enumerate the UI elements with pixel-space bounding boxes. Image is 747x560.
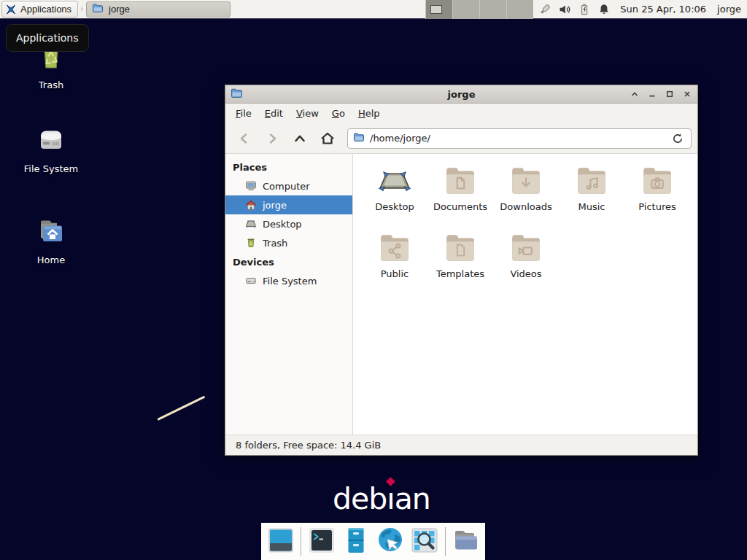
workspace-3[interactable]: [479, 0, 506, 19]
computer-icon: [245, 180, 257, 192]
location-bar[interactable]: /home/jorge/: [347, 128, 692, 149]
reload-button[interactable]: [670, 131, 686, 147]
folder-icon: [92, 2, 104, 16]
file-item-label: Downloads: [500, 201, 551, 212]
up-button[interactable]: [287, 128, 313, 149]
top-panel: Applications ⁞ jorge Sun 25 Apr, 10:06 j…: [0, 0, 747, 19]
file-list: DesktopDocumentsDownloadsMusicPicturesPu…: [353, 154, 697, 435]
file-item-label: Desktop: [375, 201, 414, 212]
workspace-pager[interactable]: [425, 0, 533, 19]
window-title: jorge: [225, 89, 697, 100]
file-item-desktop[interactable]: Desktop: [362, 163, 427, 230]
drive-big-icon: [35, 124, 67, 158]
applications-menu-button[interactable]: Applications: [1, 1, 78, 18]
sidebar-item-label: Computer: [263, 181, 310, 192]
workspace-2[interactable]: [452, 0, 479, 19]
app-finder-icon: [410, 526, 439, 557]
menu-view[interactable]: View: [290, 105, 325, 122]
music-folder-icon: [573, 163, 610, 199]
input-device-tray-icon[interactable]: [537, 1, 553, 18]
panel-username[interactable]: jorge: [717, 4, 741, 15]
file-item-pictures[interactable]: Pictures: [624, 163, 690, 230]
forward-button[interactable]: [259, 128, 285, 149]
dock-separator: [301, 527, 301, 556]
dock-separator: [445, 527, 446, 556]
video-folder-icon: [508, 230, 544, 266]
sidebar-header-devices: Devices: [225, 252, 352, 271]
file-item-downloads[interactable]: Downloads: [493, 163, 559, 230]
dock-file-manager-launcher[interactable]: [450, 525, 481, 558]
statusbar: 8 folders, Free space: 14.4 GiB: [225, 435, 697, 455]
file-item-label: Pictures: [638, 201, 676, 212]
desktop: Applications ⁞ jorge Sun 25 Apr, 10:06 j…: [0, 0, 747, 560]
file-item-videos[interactable]: Videos: [493, 230, 559, 297]
window-controls: [629, 89, 692, 100]
sidebar-item-jorge[interactable]: jorge: [225, 195, 352, 214]
dock-show-desktop-launcher[interactable]: [265, 525, 296, 558]
dock-terminal-launcher[interactable]: [306, 525, 337, 558]
dock: [261, 523, 485, 560]
workspace-4[interactable]: [506, 0, 533, 19]
drive-icon: [245, 275, 257, 287]
file-item-public[interactable]: Public: [362, 230, 427, 297]
sidebar-item-desktop[interactable]: Desktop: [225, 214, 352, 233]
window-content: PlacesComputerjorgeDesktopTrashDevicesFi…: [225, 153, 697, 435]
home-icon: [245, 199, 257, 211]
notifications-bell-icon[interactable]: [596, 1, 612, 18]
file-item-label: Templates: [436, 268, 484, 279]
sidebar-item-label: Trash: [263, 238, 287, 249]
file-item-label: Music: [578, 201, 605, 212]
file-item-music[interactable]: Music: [559, 163, 624, 230]
dock-file-cabinet-launcher[interactable]: [340, 525, 371, 558]
sidebar-item-computer[interactable]: Computer: [225, 176, 352, 195]
dock-app-finder-launcher[interactable]: [409, 525, 441, 558]
desktop-icon-file-system[interactable]: File System: [7, 124, 95, 174]
desktop-icon-home[interactable]: Home: [7, 215, 95, 265]
desktop48-folder-icon: [376, 163, 413, 199]
file-item-label: Documents: [433, 201, 487, 212]
file-item-templates[interactable]: Templates: [427, 230, 493, 297]
close-button[interactable]: [681, 89, 692, 100]
home-big-icon: [35, 215, 67, 249]
taskbar-window-button[interactable]: jorge: [86, 1, 231, 18]
sidebar-item-label: jorge: [263, 200, 287, 211]
shade-button[interactable]: [629, 89, 640, 100]
volume-icon[interactable]: [557, 1, 573, 18]
file-manager-window: jorge FileEditViewGoHelp /home/jorge/ Pl…: [225, 85, 698, 456]
menu-file[interactable]: File: [229, 105, 258, 122]
file-cabinet-icon: [341, 526, 371, 557]
dock-web-browser-launcher[interactable]: [375, 525, 406, 558]
sidebar: PlacesComputerjorgeDesktopTrashDevicesFi…: [225, 154, 353, 435]
sidebar-item-label: File System: [263, 276, 317, 287]
back-button[interactable]: [231, 128, 258, 149]
download-folder-icon: [508, 163, 544, 199]
document-folder-icon: [442, 163, 479, 199]
path-folder-icon: [353, 131, 365, 145]
toolbar: /home/jorge/: [225, 123, 697, 153]
battery-icon[interactable]: [576, 1, 592, 18]
menu-go[interactable]: Go: [325, 105, 352, 122]
sidebar-header-places: Places: [225, 158, 352, 176]
file-item-documents[interactable]: Documents: [427, 163, 493, 230]
minimize-button[interactable]: [646, 89, 657, 100]
home-button[interactable]: [314, 128, 341, 149]
workspace-1[interactable]: [425, 0, 452, 19]
window-titlebar[interactable]: jorge: [225, 85, 697, 104]
panel-handle[interactable]: ⁞: [78, 6, 85, 12]
desktop-icon-label: Trash: [39, 79, 63, 90]
terminal-icon: [307, 526, 336, 557]
desktop-icon-label: Home: [37, 254, 65, 265]
clock[interactable]: Sun 25 Apr, 10:06: [620, 4, 706, 15]
taskbar-window-label: jorge: [109, 4, 130, 15]
maximize-button[interactable]: [664, 89, 675, 100]
sidebar-item-trash[interactable]: Trash: [225, 233, 352, 252]
desktop-icon: [245, 218, 257, 230]
menu-edit[interactable]: Edit: [258, 105, 290, 122]
sidebar-item-file-system[interactable]: File System: [225, 271, 352, 290]
location-path[interactable]: /home/jorge/: [370, 133, 430, 144]
sidebar-item-label: Desktop: [263, 219, 302, 230]
menubar: FileEditViewGoHelp: [225, 104, 697, 123]
menu-help[interactable]: Help: [352, 105, 387, 122]
workspace-window-preview: [430, 5, 442, 14]
file-item-label: Public: [381, 268, 409, 279]
